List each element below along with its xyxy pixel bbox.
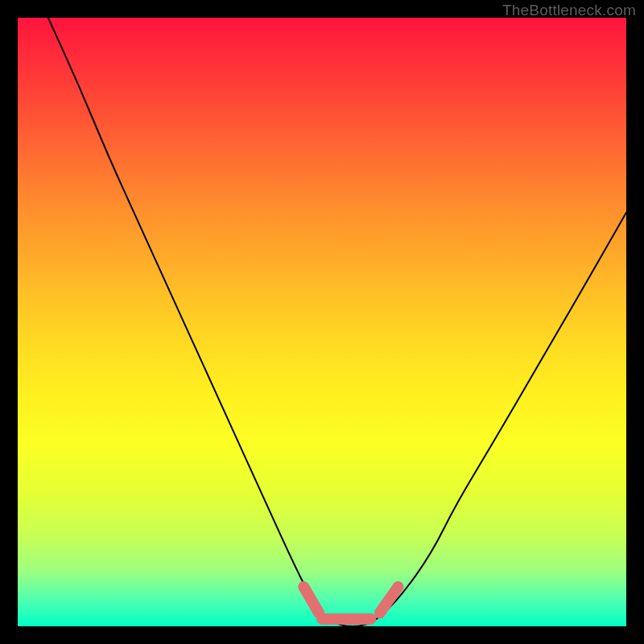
- tolerance-segment: [303, 587, 319, 613]
- bottleneck-curve: [48, 18, 626, 626]
- tolerance-band: [303, 587, 398, 619]
- tolerance-segment: [380, 587, 398, 613]
- chart-frame: TheBottleneck.com: [0, 0, 644, 644]
- plot-area: [18, 18, 626, 626]
- chart-svg: [18, 18, 626, 626]
- watermark-text: TheBottleneck.com: [502, 2, 636, 19]
